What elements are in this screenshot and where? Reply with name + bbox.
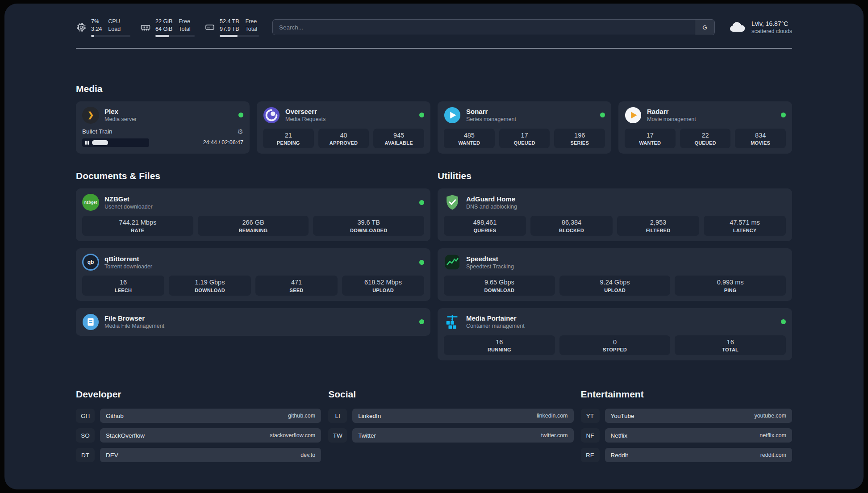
- qbittorrent-icon: qb: [82, 254, 99, 271]
- bookmark-name: StackOverflow: [106, 432, 145, 439]
- bookmark-row-github: GH Github github.com: [76, 409, 321, 423]
- ram-icon: [140, 22, 151, 33]
- bookmark-url: dev.to: [300, 452, 315, 458]
- portainer-card[interactable]: Media Portainer Container management 16 …: [438, 308, 792, 361]
- stat-wanted: 485 WANTED: [444, 129, 495, 149]
- pause-icon[interactable]: [85, 141, 89, 145]
- bookmark-link-twitter[interactable]: Twitter twitter.com: [352, 428, 573, 443]
- bookmark-abbr: SO: [76, 428, 95, 443]
- qbittorrent-status-dot: [419, 260, 424, 265]
- bookmark-link-netflix[interactable]: Netflix netflix.com: [605, 428, 792, 443]
- card-titles: Radarr Movie management: [647, 108, 696, 122]
- radarr-title: Radarr: [647, 108, 696, 115]
- filebrowser-card[interactable]: File Browser Media File Management: [76, 308, 430, 336]
- plex-subtitle: Media server: [104, 116, 137, 122]
- dashboard-panel: 7% 3.24 CPU Load: [4, 4, 864, 489]
- overseerr-card[interactable]: Overseerr Media Requests 21 PENDING 40 A…: [257, 101, 430, 154]
- sonarr-card[interactable]: Sonarr Series management 485 WANTED 17 Q…: [438, 101, 611, 154]
- card-titles: Media Portainer Container management: [466, 314, 525, 329]
- sonarr-subtitle: Series management: [466, 116, 516, 122]
- stat-pending: 21 PENDING: [263, 129, 314, 149]
- plex-seek-bar[interactable]: [82, 138, 149, 147]
- stat-label: FILTERED: [619, 228, 697, 233]
- bookmark-link-stackoverflow[interactable]: StackOverflow stackoverflow.com: [100, 428, 321, 443]
- stat-label: QUERIES: [446, 228, 524, 233]
- plex-now-playing-row: Bullet Train ⚙: [82, 128, 243, 135]
- bookmark-link-reddit[interactable]: Reddit reddit.com: [605, 448, 792, 462]
- topbar: 7% 3.24 CPU Load: [76, 18, 792, 37]
- speedtest-card[interactable]: Speedtest Speedtest Tracking 9.65 Gbps D…: [438, 248, 792, 301]
- speedtest-subtitle: Speedtest Tracking: [466, 263, 514, 270]
- stat-label: SERIES: [556, 140, 603, 146]
- developer-column: Developer GH Github github.com SO StackO…: [76, 389, 321, 462]
- card-header: File Browser Media File Management: [82, 313, 424, 330]
- memory-meter-fill: [155, 35, 169, 37]
- middle-section: Documents & Files nzbget NZBGet Usenet d…: [76, 171, 792, 360]
- stat-label: DOWNLOAD: [171, 288, 249, 293]
- qbittorrent-stats: 16 LEECH 1.19 Gbps DOWNLOAD 471 SEED 618…: [82, 276, 424, 296]
- radarr-card[interactable]: Radarr Movie management 17 WANTED 22 QUE…: [618, 101, 792, 154]
- memory-free-label: Free: [179, 18, 190, 25]
- bookmark-name: YouTube: [611, 413, 634, 419]
- pause-bar: [85, 141, 87, 145]
- bookmark-link-youtube[interactable]: YouTube youtube.com: [605, 409, 792, 423]
- weather-texts: Lviv, 16.87°C scattered clouds: [751, 20, 792, 34]
- stat-value: 47.571 ms: [705, 219, 784, 226]
- cpu-label: CPU: [108, 18, 121, 25]
- pause-bar: [88, 141, 89, 145]
- card-header: Overseerr Media Requests: [263, 107, 424, 124]
- bookmark-link-linkedin[interactable]: LinkedIn linkedin.com: [352, 409, 573, 423]
- bookmark-link-github[interactable]: Github github.com: [100, 409, 321, 423]
- overseerr-status-dot: [419, 113, 424, 117]
- utilities-heading: Utilities: [438, 171, 792, 181]
- media-grid: ❯ Plex Media server Bullet Train ⚙: [76, 101, 792, 154]
- search-bar: G: [272, 19, 715, 35]
- bookmark-abbr: RE: [581, 448, 600, 462]
- stat-seed: 471 SEED: [255, 276, 338, 296]
- stat-value: 17: [501, 132, 548, 139]
- filebrowser-status-dot: [419, 319, 424, 324]
- bookmark-link-dev[interactable]: DEV dev.to: [100, 448, 321, 462]
- stat-value: 0: [561, 338, 669, 346]
- adguard-card[interactable]: AdGuard Home DNS and adblocking 498,461 …: [438, 188, 792, 241]
- bookmark-abbr: YT: [581, 409, 600, 423]
- adguard-subtitle: DNS and adblocking: [466, 204, 517, 210]
- bookmark-row-reddit: RE Reddit reddit.com: [581, 448, 792, 462]
- stat-remaining: 266 GB REMAINING: [198, 216, 309, 236]
- stat-label: DOWNLOAD: [446, 288, 553, 293]
- nzbget-icon: nzbget: [82, 194, 99, 211]
- cpu-metric-cols: 7% 3.24 CPU Load: [91, 18, 130, 33]
- gear-icon[interactable]: ⚙: [238, 128, 243, 135]
- stat-label: REMAINING: [200, 228, 307, 233]
- topbar-divider: [76, 48, 792, 49]
- adguard-stats: 498,461 QUERIES 86,384 BLOCKED 2,953 FIL…: [444, 216, 786, 236]
- speedtest-icon: [444, 254, 461, 271]
- stat-value: 471: [257, 279, 336, 286]
- media-section: Media ❯ Plex Media server Bullet Train ⚙: [76, 84, 792, 154]
- overseerr-stats: 21 PENDING 40 APPROVED 945 AVAILABLE: [263, 129, 424, 149]
- overseerr-subtitle: Media Requests: [285, 116, 326, 122]
- disk-metric-body: 52.4 TB 97.9 TB Free Total: [220, 18, 259, 37]
- entertainment-column: Entertainment YT YouTube youtube.com NF …: [581, 389, 792, 462]
- stat-running: 16 RUNNING: [444, 335, 555, 355]
- search-input[interactable]: [273, 20, 695, 35]
- stat-value: 17: [626, 132, 674, 139]
- stat-series: 196 SERIES: [554, 129, 605, 149]
- search-engine-button[interactable]: G: [695, 20, 714, 35]
- qbittorrent-card[interactable]: qb qBittorrent Torrent downloader 16 LEE…: [76, 248, 430, 301]
- plex-card[interactable]: ❯ Plex Media server Bullet Train ⚙: [76, 101, 250, 154]
- stat-movies: 834 MOVIES: [735, 129, 786, 149]
- stat-stopped: 0 STOPPED: [559, 335, 671, 355]
- stat-leech: 16 LEECH: [82, 276, 164, 296]
- nzbget-card[interactable]: nzbget NZBGet Usenet downloader 744.21 M…: [76, 188, 430, 241]
- stat-download: 9.65 Gbps DOWNLOAD: [444, 276, 555, 296]
- disk-meter-fill: [220, 35, 238, 37]
- bookmark-abbr: DT: [76, 448, 95, 462]
- card-header: AdGuard Home DNS and adblocking: [444, 194, 786, 211]
- media-heading: Media: [76, 84, 792, 94]
- bookmark-abbr: GH: [76, 409, 95, 423]
- stat-ping: 0.993 ms PING: [675, 276, 786, 296]
- stat-upload: 9.24 Gbps UPLOAD: [559, 276, 671, 296]
- plex-progress-fill: [92, 140, 108, 145]
- radarr-stats: 17 WANTED 22 QUEUED 834 MOVIES: [625, 129, 786, 149]
